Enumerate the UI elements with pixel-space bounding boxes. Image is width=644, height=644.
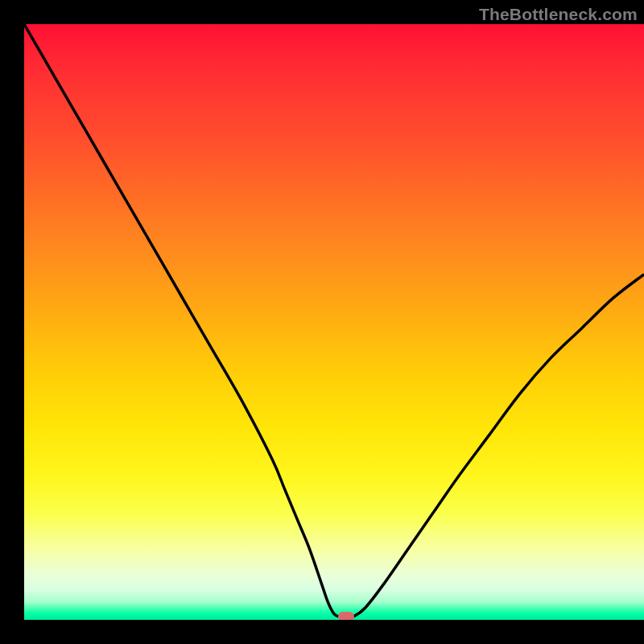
optimal-point-marker — [338, 612, 354, 620]
chart-frame: TheBottleneck.com — [0, 0, 644, 644]
bottleneck-curve — [24, 24, 644, 620]
plot-area — [24, 24, 644, 620]
watermark-text: TheBottleneck.com — [479, 5, 638, 24]
